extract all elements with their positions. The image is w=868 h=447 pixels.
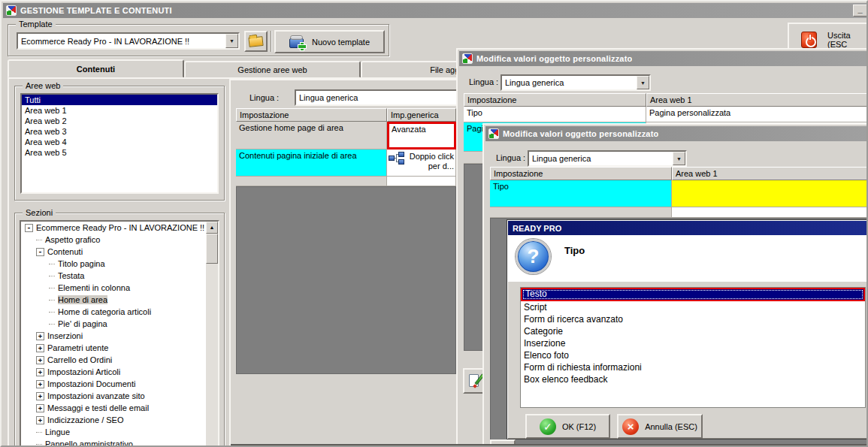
content-grid-col2-header: Imp.generica (387, 108, 456, 122)
tree-item[interactable]: Testata (21, 270, 206, 282)
tree-item[interactable]: -Ecommerce Ready Pro - IN LAVORAZIONE !! (21, 222, 206, 234)
content-grid-row[interactable]: Gestione home page di area Avanzata (236, 122, 456, 150)
dialog2-lingua-label: Lingua : (496, 153, 525, 162)
expand-icon[interactable]: + (36, 392, 44, 400)
exit-button-label: Uscita (ESC (827, 31, 868, 49)
tree-item[interactable]: +Carrello ed Ordini (21, 354, 206, 366)
expand-icon[interactable]: + (36, 356, 44, 364)
tree-item[interactable]: Home di categoria articoli (21, 306, 206, 318)
aree-web-item[interactable]: Area web 5 (22, 147, 217, 158)
aree-web-item[interactable]: Area web 1 (22, 105, 217, 116)
tree-item[interactable]: +Indicizzazione / SEO (21, 414, 206, 426)
aree-web-label: Aree web (23, 81, 63, 90)
tree-item[interactable]: Pannello amministrativo (21, 438, 206, 447)
expand-icon[interactable]: + (36, 380, 44, 388)
toolbar-separator (271, 31, 271, 52)
ok-button[interactable]: ✓ OK (F12) (525, 414, 610, 439)
doppio-click-cell[interactable]: Doppio click per d... (387, 150, 456, 177)
tree-item[interactable]: +Inserzioni (21, 330, 206, 342)
expand-icon[interactable]: + (36, 332, 44, 340)
expand-icon[interactable]: + (36, 404, 44, 412)
collapse-icon[interactable]: - (25, 224, 33, 232)
content-grid-row[interactable] (236, 177, 456, 186)
tab-contenuti[interactable]: Contenuti (8, 59, 184, 78)
dialog2-lingua-combobox[interactable]: Lingua generica ▼ (528, 150, 687, 167)
tree-item[interactable]: Pie' di pagina (21, 318, 206, 330)
collapse-icon[interactable]: - (36, 248, 44, 256)
expand-icon[interactable]: + (36, 344, 44, 352)
sitemap-icon (389, 152, 405, 165)
edit-pencil-icon (468, 373, 483, 388)
tree-item[interactable]: +Impostazioni Articoli (21, 366, 206, 378)
content-lingua-value: Lingua generica (296, 93, 466, 102)
dialog1-grid-row[interactable]: Tipo Pagina personalizzata (464, 107, 868, 122)
aree-web-item[interactable]: Tutti (22, 95, 217, 105)
ready-pro-titlebar: READY PRO (508, 221, 868, 235)
dialog2-col2-header: Area web 1 (672, 167, 868, 180)
tree-item[interactable]: Titolo pagina (21, 258, 206, 270)
content-lingua-combobox[interactable]: Lingua generica (295, 89, 467, 106)
dialog2-edit-button[interactable] (490, 439, 516, 447)
template-groupbox-label: Template (16, 20, 56, 29)
x-icon: × (622, 418, 639, 435)
option-item[interactable]: Box elenco feedback (521, 373, 865, 385)
avanzata-value-cell[interactable]: Avanzata (387, 122, 456, 150)
option-item[interactable]: Form di ricerca avanzato (521, 313, 865, 325)
chevron-down-icon[interactable]: ▼ (225, 34, 238, 48)
tree-item[interactable]: Lingue (21, 426, 206, 438)
chevron-down-icon[interactable]: ▼ (637, 76, 649, 89)
dialog1-lingua-value: Lingua generica (502, 78, 637, 87)
dialog2-titlebar: Modifica valori oggetto personalizzato (485, 126, 866, 141)
template-combobox-value: Ecommerce Ready Pro - IN LAVORAZIONE !! (18, 37, 225, 46)
tab-gestione-aree-web[interactable]: Gestione aree web (184, 61, 361, 78)
ok-button-label: OK (F12) (562, 422, 596, 431)
dialog2-icon (488, 128, 499, 139)
new-template-icon (289, 35, 306, 49)
dialog2-title: Modifica valori oggetto personalizzato (503, 129, 658, 138)
ready-pro-window: READY PRO ? Tipo Testo Script Form di ri… (507, 219, 868, 439)
dialog1-lingua-label: Lingua : (469, 77, 498, 86)
cancel-button-label: Annulla (ESC) (645, 422, 697, 431)
tree-scrollbar[interactable]: ▲ (206, 222, 218, 447)
option-item[interactable]: Form di richiesta informazioni (521, 361, 865, 373)
tree-item[interactable]: +Parametri utente (21, 342, 206, 354)
dialog1-col1-header: Impostazione (464, 93, 646, 107)
sezioni-tree: -Ecommerce Ready Pro - IN LAVORAZIONE !!… (20, 220, 219, 447)
chevron-down-icon[interactable]: ▼ (673, 152, 685, 165)
scrollbar-thumb[interactable] (206, 234, 218, 264)
aree-web-item[interactable]: Area web 3 (22, 126, 217, 137)
aree-web-item[interactable]: Area web 4 (22, 137, 217, 147)
tree-item[interactable]: +Impostazioni Documenti (21, 378, 206, 390)
option-item[interactable]: Categorie (521, 325, 865, 337)
content-grid-row[interactable]: Contenuti pagina iniziale di area Doppio… (236, 150, 456, 177)
tree-item[interactable]: Aspetto grafico (21, 234, 206, 246)
tree-item-selected[interactable]: Home di area (21, 294, 206, 306)
option-item[interactable]: Inserzione (521, 337, 865, 349)
expand-icon[interactable]: + (36, 416, 44, 424)
minimize-button[interactable]: _ (853, 5, 867, 17)
tree-item[interactable]: +Messaggi e testi delle email (21, 402, 206, 414)
content-grid-empty-area (236, 186, 456, 374)
option-item[interactable]: Elenco foto (521, 349, 865, 361)
tree-item[interactable]: -Contenuti (21, 246, 206, 258)
dialog2-value-cell[interactable] (672, 180, 868, 207)
dialog1-col2-header: Area web 1 (646, 93, 868, 107)
scroll-up-icon[interactable]: ▲ (206, 222, 218, 234)
option-item[interactable]: Script (521, 301, 865, 313)
cancel-button[interactable]: × Annulla (ESC) (617, 414, 703, 439)
dialog2-grid-row[interactable]: Tipo (490, 180, 868, 207)
dialog1-lingua-combobox[interactable]: Lingua generica ▼ (501, 74, 651, 91)
main-window: GESTIONE TEMPLATE E CONTENUTI _ Template… (0, 0, 868, 447)
new-template-button[interactable]: Nuovo template (274, 30, 385, 53)
content-lingua-label: Lingua : (250, 93, 279, 102)
aree-web-item[interactable]: Area web 2 (22, 116, 217, 126)
template-combobox[interactable]: Ecommerce Ready Pro - IN LAVORAZIONE !! … (17, 32, 240, 50)
tree-item[interactable]: +Impostazioni avanzate sito (21, 390, 206, 402)
dialog2-lingua-value: Lingua generica (529, 154, 673, 163)
tree-item[interactable]: Elementi in colonna (21, 282, 206, 294)
open-template-button[interactable] (244, 31, 268, 52)
expand-icon[interactable]: + (36, 368, 44, 376)
ready-pro-title: READY PRO (513, 224, 561, 233)
option-item-selected[interactable]: Testo (521, 288, 865, 301)
dialog2-grid-row[interactable] (490, 207, 868, 218)
